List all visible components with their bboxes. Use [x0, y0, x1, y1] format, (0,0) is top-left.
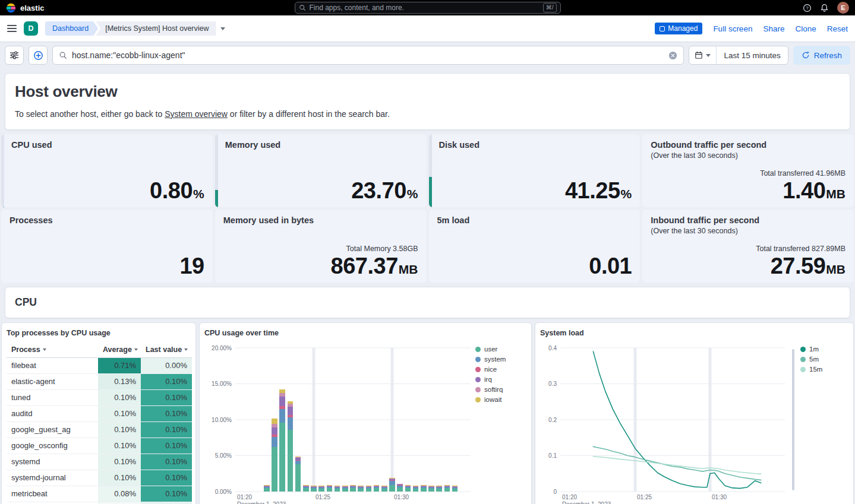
average-cell: 0.10% — [98, 389, 141, 405]
table-header-row: Process Average Last value — [7, 342, 192, 357]
legend-item-user[interactable]: user — [475, 345, 506, 353]
metric-title: 5m load — [437, 215, 632, 225]
metric-unit: MB — [399, 262, 418, 277]
svg-text:01:30: 01:30 — [712, 494, 727, 500]
metric-tile-cpu-used[interactable]: CPU used0.80% — [1, 134, 213, 207]
metric-subtitle: (Over the last 30 seconds) — [651, 227, 845, 235]
metric-title: Outbound traffic per second — [651, 140, 845, 150]
elastic-logo[interactable] — [6, 3, 16, 13]
legend-item-nice[interactable]: nice — [475, 366, 506, 373]
svg-text:01:25: 01:25 — [637, 494, 652, 500]
avatar[interactable]: E — [837, 2, 849, 14]
average-cell: 0.10% — [98, 438, 141, 454]
metric-tile-inbound-traffic-per-second[interactable]: Inbound traffic per second(Over the last… — [642, 210, 854, 283]
cpu-usage-chart[interactable]: 0.00%5.00%10.00%15.00%20.00%01:20Decembe… — [204, 342, 474, 504]
last-value-cell: 0.10% — [141, 486, 192, 502]
legend-label: user — [484, 345, 497, 353]
panel-title: CPU usage over time — [204, 329, 526, 337]
metric-progress-fill — [429, 177, 432, 207]
clear-query-icon[interactable] — [668, 51, 677, 60]
col-header-last-value[interactable]: Last value — [141, 342, 192, 357]
global-search-input[interactable] — [310, 4, 539, 12]
svg-text:December 1, 2023: December 1, 2023 — [562, 501, 611, 504]
legend-item-5m[interactable]: 5m — [800, 356, 822, 363]
filter-icon[interactable] — [5, 46, 24, 65]
metric-value: 1.40MB — [760, 179, 845, 202]
legend-item-system[interactable]: system — [475, 356, 506, 363]
global-search[interactable]: ⌘/ — [295, 2, 561, 14]
average-cell: 0.10% — [98, 470, 141, 486]
metric-value: 0.01 — [589, 255, 632, 278]
legend-item-softirq[interactable]: softirq — [475, 386, 506, 393]
legend-item-15m[interactable]: 15m — [800, 366, 822, 373]
metric-tile-processes[interactable]: Processes19 — [1, 210, 213, 283]
metric-unit: % — [621, 187, 632, 201]
table-row: google_guest_ag0.10%0.10% — [7, 421, 192, 438]
svg-text:01:20: 01:20 — [237, 494, 252, 500]
chevron-down-icon[interactable] — [220, 27, 225, 30]
system-load-chart[interactable]: 00.10.20.30.401:20December 1, 202301:250… — [540, 342, 790, 504]
svg-text:0.2: 0.2 — [548, 417, 557, 423]
metric-value: 867.37MB — [331, 255, 418, 278]
metric-number: 23.70 — [351, 179, 406, 202]
help-icon[interactable]: ? — [803, 4, 812, 12]
legend-dot-icon — [800, 367, 806, 372]
col-header-average[interactable]: Average — [98, 342, 141, 357]
metric-tile-memory-used[interactable]: Memory used23.70% — [215, 134, 427, 207]
process-name-cell: filebeat — [7, 357, 98, 373]
metric-tile-disk-used[interactable]: Disk used41.25% — [429, 134, 641, 207]
query-input[interactable] — [52, 46, 684, 65]
svg-text:?: ? — [806, 5, 809, 11]
intro-text: To select another host, either go back t… — [15, 109, 840, 119]
legend-item-irq[interactable]: irq — [475, 376, 506, 383]
last-value-cell: 0.10% — [141, 438, 192, 454]
table-row: filebeat0.71%0.00% — [7, 357, 192, 373]
share-button[interactable]: Share — [763, 24, 784, 33]
legend-label: 1m — [809, 345, 819, 353]
metric-value-block: 0.80% — [150, 179, 204, 202]
brand-name: elastic — [20, 4, 44, 12]
menu-icon[interactable] — [7, 24, 17, 33]
breadcrumb: Dashboard [Metrics System] Host overview — [45, 21, 225, 36]
refresh-button[interactable]: Refresh — [793, 46, 850, 65]
last-value-cell: 0.10% — [141, 421, 192, 438]
metric-tile-memory-used-in-bytes[interactable]: Memory used in bytesTotal Memory 3.58GB8… — [215, 210, 427, 283]
process-name-cell: auditd — [7, 405, 98, 421]
breadcrumb-dashboard[interactable]: Dashboard — [45, 21, 98, 36]
legend-label: 15m — [809, 366, 822, 373]
col-header-process[interactable]: Process — [7, 342, 98, 357]
clone-button[interactable]: Clone — [795, 24, 816, 33]
metric-tile-5m-load[interactable]: 5m load0.01 — [429, 210, 641, 283]
last-value-cell: 0.10% — [141, 405, 192, 421]
legend-item-1m[interactable]: 1m — [800, 345, 822, 353]
metric-progress-track — [1, 134, 4, 207]
legend-item-iowait[interactable]: iowait — [475, 396, 506, 403]
notifications-icon[interactable] — [820, 4, 829, 12]
panel-title: Top processes by CPU usage — [7, 329, 191, 337]
chevron-down-icon — [706, 54, 711, 57]
metric-value: 27.59MB — [756, 255, 845, 278]
query-text-input[interactable] — [72, 50, 664, 60]
managed-badge[interactable]: Managed — [655, 23, 702, 34]
process-name-cell: metricbeat — [7, 486, 98, 502]
time-range-button[interactable]: Last 15 minutes — [717, 46, 787, 64]
system-overview-link[interactable]: System overview — [165, 109, 228, 119]
table-row: metricbeat0.08%0.10% — [7, 486, 192, 502]
space-badge[interactable]: D — [24, 21, 38, 36]
reset-button[interactable]: Reset — [827, 24, 848, 33]
svg-text:10.00%: 10.00% — [212, 417, 232, 423]
legend-dot-icon — [475, 367, 481, 372]
full-screen-button[interactable]: Full screen — [713, 24, 752, 33]
average-cell: 0.71% — [98, 357, 141, 373]
calendar-icon[interactable] — [689, 46, 717, 64]
metric-value-block: Total transferred 827.89MB27.59MB — [756, 245, 845, 278]
table-row: auditd0.10%0.10% — [7, 405, 192, 421]
metric-tile-outbound-traffic-per-second[interactable]: Outbound traffic per second(Over the las… — [642, 134, 854, 207]
panel-scrollbar[interactable] — [792, 349, 794, 490]
metric-title: Memory used in bytes — [223, 215, 418, 225]
add-filter-button[interactable] — [29, 46, 48, 65]
metric-value-block: 19 — [179, 255, 204, 278]
host-overview-panel: Host overview To select another host, ei… — [5, 73, 850, 130]
last-value-cell: 0.10% — [141, 389, 192, 405]
cpu-section-panel: CPU — [5, 287, 850, 318]
